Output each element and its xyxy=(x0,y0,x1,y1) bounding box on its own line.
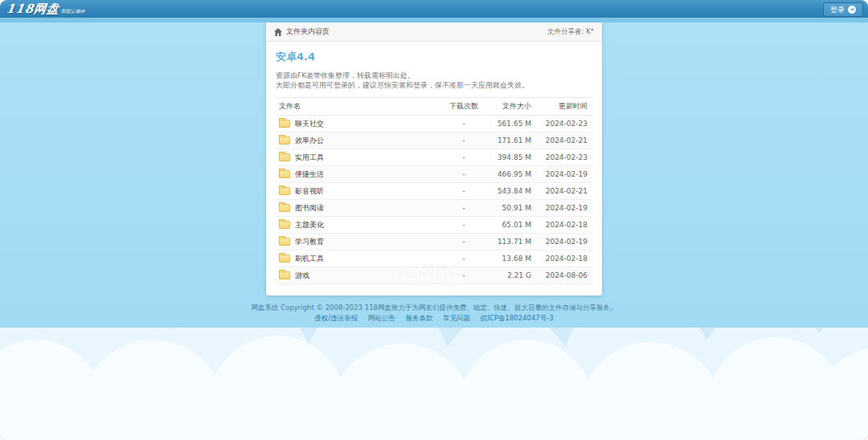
folder-name[interactable]: 主题美化 xyxy=(295,220,324,230)
page-footer: 网盘系统 Copyright © 2008-2023 118网盘致力于为网友们提… xyxy=(0,303,868,324)
download-count: - xyxy=(443,132,485,149)
file-table-head: 文件名 下载次数 文件大小 更新时间 xyxy=(276,98,592,116)
login-button[interactable]: 登录 ➜ xyxy=(823,2,863,17)
download-count: - xyxy=(443,149,485,166)
folder-title: 安卓4.4 xyxy=(276,50,592,64)
file-size: 65.01 M xyxy=(485,217,534,234)
table-row[interactable]: 实用工具 - 394.85 M 2024-02-23 xyxy=(276,149,592,166)
cloud-decoration xyxy=(0,328,868,440)
top-navbar: 118网盘智能云储存 登录 ➜ xyxy=(0,0,868,18)
folder-icon xyxy=(279,204,290,212)
table-row[interactable]: 主题美化 - 65.01 M 2024-02-18 xyxy=(276,217,592,234)
table-row[interactable]: 学习教育 - 113.71 M 2024-02-19 xyxy=(276,234,592,251)
updated-date: 2024-02-19 xyxy=(534,234,592,251)
column-header-downloads: 下载次数 xyxy=(443,98,485,116)
folder-description: 资源由FK老带收集整理，转载需标明出处。 大部分都是可用可登录的，建议尽快安装和… xyxy=(276,71,592,90)
login-button-label: 登录 xyxy=(830,5,845,15)
updated-date: 2024-08-06 xyxy=(534,267,592,284)
footer-link-icp[interactable]: 皖ICP备18024047号-3 xyxy=(481,314,554,322)
table-row[interactable]: 游戏 - 2.21 G 2024-08-06 xyxy=(276,267,592,284)
table-row[interactable]: 聊天社交 - 561.65 M 2024-02-23 xyxy=(276,116,592,132)
card-body: 安卓4.4 资源由FK老带收集整理，转载需标明出处。 大部分都是可用可登录的，建… xyxy=(266,42,602,295)
folder-icon xyxy=(279,136,290,145)
download-count: - xyxy=(443,234,485,251)
file-table: 文件名 下载次数 文件大小 更新时间 聊天社交 xyxy=(276,97,592,284)
file-size: 543.84 M xyxy=(485,183,534,200)
breadcrumb-label: 文件夹内容页 xyxy=(286,26,330,37)
file-table-body: 聊天社交 - 561.65 M 2024-02-23 xyxy=(276,116,592,284)
folder-name[interactable]: 便捷生活 xyxy=(295,169,324,180)
download-count: - xyxy=(443,183,485,200)
download-count: - xyxy=(443,251,485,267)
updated-date: 2024-02-21 xyxy=(534,183,592,200)
updated-date: 2024-02-23 xyxy=(534,149,592,166)
table-row[interactable]: 图书阅读 - 50.91 M 2024-02-19 xyxy=(276,200,592,217)
updated-date: 2024-02-18 xyxy=(534,217,592,234)
column-header-filesize: 文件大小 xyxy=(485,98,534,116)
folder-name[interactable]: 影音视听 xyxy=(295,186,324,197)
navbar-accent-strip xyxy=(0,18,868,22)
site-logo-text: 118网盘 xyxy=(6,2,61,16)
table-row[interactable]: 效率办公 - 171.61 M 2024-02-21 xyxy=(276,132,592,149)
file-size: 113.71 M xyxy=(485,234,534,251)
updated-date: 2024-02-19 xyxy=(534,166,592,183)
file-size: 466.95 M xyxy=(485,166,534,183)
download-count: - xyxy=(443,166,485,183)
folder-name[interactable]: 实用工具 xyxy=(295,153,324,163)
login-arrow-icon: ➜ xyxy=(848,6,856,14)
folder-icon xyxy=(279,170,290,178)
folder-icon xyxy=(279,271,290,279)
download-count: - xyxy=(443,200,485,217)
footer-link-terms[interactable]: 服务条款 xyxy=(406,314,433,322)
folder-icon xyxy=(279,238,290,246)
copyright-text: 网盘系统 Copyright © 2008-2023 118网盘致力于为网友们提… xyxy=(0,303,868,313)
footer-links: 侵权/违法举报 网站公告 服务条款 常见问题 皖ICP备18024047号-3 xyxy=(0,313,868,324)
site-logo-tagline: 智能云储存 xyxy=(60,8,85,14)
file-size: 2.21 G xyxy=(485,267,534,284)
file-size: 394.85 M xyxy=(485,149,534,166)
file-size: 171.61 M xyxy=(485,132,534,149)
updated-date: 2024-02-18 xyxy=(534,251,592,267)
folder-name[interactable]: 聊天社交 xyxy=(295,119,324,129)
folder-icon xyxy=(279,255,290,263)
updated-date: 2024-02-19 xyxy=(534,200,592,217)
download-count: - xyxy=(443,267,485,284)
download-count: - xyxy=(443,116,485,132)
site-logo[interactable]: 118网盘智能云储存 xyxy=(6,1,87,17)
page: 118网盘智能云储存 登录 ➜ 文件夹内容页 文件分享者: K* 安卓4.4 资… xyxy=(0,0,868,440)
file-size: 561.65 M xyxy=(485,116,534,132)
description-line-2: 大部分都是可用可登录的，建议尽快安装和登录，保不准那一天应用就会失效。 xyxy=(276,80,592,90)
file-size: 50.91 M xyxy=(485,200,534,217)
folder-name[interactable]: 学习教育 xyxy=(295,237,324,247)
updated-date: 2024-02-23 xyxy=(534,116,592,132)
column-header-filename: 文件名 xyxy=(276,98,443,116)
table-row[interactable]: 刷机工具 - 13.68 M 2024-02-18 xyxy=(276,251,592,267)
home-icon xyxy=(274,28,282,36)
description-line-1: 资源由FK老带收集整理，转载需标明出处。 xyxy=(276,71,592,80)
footer-link-faq[interactable]: 常见问题 xyxy=(443,314,470,322)
breadcrumb[interactable]: 文件夹内容页 xyxy=(274,26,330,37)
download-count: - xyxy=(443,217,485,234)
footer-link-report[interactable]: 侵权/违法举报 xyxy=(314,314,358,322)
footer-link-notice[interactable]: 网站公告 xyxy=(368,314,395,322)
file-sharer-label: 文件分享者: K* xyxy=(547,27,594,37)
file-share-card: 文件夹内容页 文件分享者: K* 安卓4.4 资源由FK老带收集整理，转载需标明… xyxy=(266,22,602,295)
card-header: 文件夹内容页 文件分享者: K* xyxy=(266,22,602,42)
folder-icon xyxy=(279,221,290,229)
table-row[interactable]: 影音视听 - 543.84 M 2024-02-21 xyxy=(276,183,592,200)
file-size: 13.68 M xyxy=(485,251,534,267)
folder-icon xyxy=(279,187,290,195)
folder-icon xyxy=(279,153,290,161)
updated-date: 2024-02-21 xyxy=(534,132,592,149)
column-header-updated: 更新时间 xyxy=(534,98,592,116)
folder-name[interactable]: 刷机工具 xyxy=(295,254,324,264)
folder-icon xyxy=(279,120,290,128)
folder-name[interactable]: 效率办公 xyxy=(295,136,324,146)
folder-name[interactable]: 图书阅读 xyxy=(295,203,324,214)
folder-name[interactable]: 游戏 xyxy=(295,271,309,281)
table-row[interactable]: 便捷生活 - 466.95 M 2024-02-19 xyxy=(276,166,592,183)
